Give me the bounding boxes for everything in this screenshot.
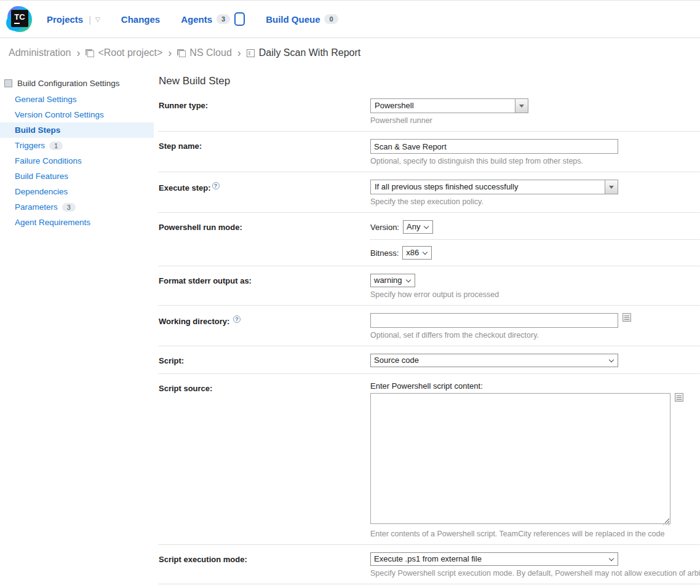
- form-row-step-name: Step name: Optional, specify to distingu…: [159, 132, 700, 172]
- build-queue-count-badge: 0: [324, 14, 338, 24]
- sidebar-item-label: General Settings: [15, 95, 77, 104]
- chevron-down-icon[interactable]: ▽: [95, 16, 100, 23]
- form-row-stderr-format: Format stderr output as: warning Specify…: [159, 266, 700, 305]
- help-icon[interactable]: ?: [212, 182, 220, 189]
- breadcrumb-administration[interactable]: Administration: [9, 47, 71, 58]
- execute-step-label-text: Execute step:: [159, 183, 211, 193]
- execute-step-label: Execute step:?: [159, 180, 370, 206]
- nav-changes[interactable]: Changes: [121, 14, 160, 25]
- script-content-textarea[interactable]: [370, 393, 670, 524]
- breadcrumb-chevron-icon: ›: [237, 47, 241, 58]
- script-execution-mode-select[interactable]: Execute .ps1 from external file: [370, 552, 618, 566]
- teamcity-logo[interactable]: TC: [6, 5, 33, 33]
- page-title: New Build Step: [159, 75, 700, 87]
- breadcrumb-build-config-label: Daily Scan With Report: [259, 47, 360, 58]
- step-name-note: Optional, specify to distinguish this bu…: [370, 157, 700, 165]
- top-navigation: TC Projects | ▽ Changes Agents 3 Build Q…: [0, 0, 700, 38]
- help-icon[interactable]: ?: [233, 316, 241, 323]
- sidebar-item-dependencies[interactable]: Dependencies: [0, 184, 154, 199]
- triggers-count-badge: 1: [49, 141, 63, 150]
- script-select[interactable]: Source code: [370, 354, 618, 367]
- sidebar-item-triggers[interactable]: Triggers 1: [0, 138, 154, 153]
- execute-step-value: If all previous steps finished successfu…: [375, 182, 518, 191]
- breadcrumb-ns-cloud[interactable]: NS Cloud: [177, 47, 231, 58]
- sidebar-item-label: Agent Requirements: [15, 218, 90, 227]
- nav-build-queue[interactable]: Build Queue 0: [266, 14, 338, 25]
- sidebar-item-label: Version Control Settings: [15, 110, 104, 119]
- stderr-format-note: Specify how error output is processed: [370, 290, 700, 299]
- bitness-label: Bitness:: [370, 248, 399, 258]
- sidebar-item-label: Build Steps: [15, 125, 60, 135]
- nav-projects[interactable]: Projects | ▽: [47, 14, 100, 25]
- bitness-select[interactable]: x86: [402, 246, 432, 260]
- combobox-dropdown-button[interactable]: [515, 99, 528, 113]
- sidebar-item-version-control-settings[interactable]: Version Control Settings: [0, 107, 154, 122]
- chevron-down-icon: [424, 224, 429, 229]
- sidebar-item-agent-requirements[interactable]: Agent Requirements: [0, 215, 154, 230]
- script-label: Script:: [159, 354, 370, 367]
- nav-divider: |: [89, 14, 91, 25]
- parameters-count-badge: 3: [62, 203, 76, 212]
- settings-square-icon: [4, 79, 12, 87]
- breadcrumb-ns-cloud-label: NS Cloud: [189, 47, 231, 58]
- version-value: Any: [407, 222, 420, 231]
- breadcrumb-chevron-icon: ›: [168, 47, 172, 58]
- sidebar-item-label: Parameters: [15, 202, 58, 212]
- project-icon: [177, 49, 186, 57]
- parameter-browse-icon[interactable]: [675, 393, 683, 402]
- script-execution-mode-note: Specify Powershell script execution mode…: [370, 569, 700, 578]
- bitness-value: x86: [406, 248, 419, 257]
- stderr-format-value: warning: [374, 276, 402, 285]
- chevron-down-icon: [405, 277, 410, 282]
- sidebar-item-label: Failure Conditions: [15, 156, 82, 165]
- script-content-field-label: Enter Powershell script content:: [370, 381, 700, 391]
- script-value: Source code: [374, 356, 419, 365]
- form-row-script: Script: Source code: [159, 346, 700, 373]
- runner-type-value: Powershell: [375, 101, 414, 110]
- sub-separator: [370, 239, 700, 240]
- chevron-down-icon: [423, 250, 428, 255]
- nav-agents[interactable]: Agents 3: [181, 12, 245, 26]
- step-name-label: Step name:: [159, 139, 370, 165]
- execute-step-note: Specify the step execution policy.: [370, 197, 700, 206]
- version-label: Version:: [370, 223, 399, 232]
- project-icon: [86, 49, 94, 57]
- sidebar-item-build-features[interactable]: Build Features: [0, 169, 154, 184]
- combobox-dropdown-button[interactable]: [605, 180, 618, 194]
- working-directory-label: Working directory: ?: [159, 313, 370, 340]
- breadcrumb-chevron-icon: ›: [76, 47, 80, 58]
- sidebar-title: Build Configuration Settings: [0, 75, 154, 92]
- step-name-input[interactable]: [370, 139, 618, 154]
- nav-build-queue-label: Build Queue: [266, 14, 320, 25]
- breadcrumb: Administration › <Root project> › NS Clo…: [0, 38, 700, 68]
- runner-type-label: Runner type:: [159, 98, 370, 125]
- form-row-run-mode: Powershell run mode: Version: Any Bitnes…: [159, 213, 700, 266]
- runner-type-note: Powershell runner: [370, 116, 700, 125]
- form-row-runner-type: Runner type: Powershell Powershell runne…: [159, 91, 700, 131]
- chevron-down-icon: [609, 556, 614, 561]
- form-row-script-source: Script source: Enter Powershell script c…: [159, 374, 700, 544]
- script-source-label: Script source:: [159, 381, 370, 538]
- build-config-icon: [247, 49, 255, 57]
- script-execution-mode-label: Script execution mode:: [159, 552, 370, 578]
- execute-step-combobox[interactable]: If all previous steps finished successfu…: [370, 180, 618, 194]
- nav-agents-label: Agents: [181, 14, 212, 25]
- parameter-browse-icon[interactable]: [622, 313, 631, 322]
- sidebar-item-build-steps[interactable]: Build Steps: [0, 122, 154, 138]
- stderr-format-select[interactable]: warning: [370, 274, 415, 287]
- sidebar-item-general-settings[interactable]: General Settings: [0, 92, 154, 107]
- version-select[interactable]: Any: [403, 220, 433, 234]
- new-build-step-form: New Build Step Runner type: Powershell P…: [154, 68, 700, 588]
- breadcrumb-root-project[interactable]: <Root project>: [86, 47, 162, 58]
- sidebar-item-parameters[interactable]: Parameters 3: [0, 199, 154, 215]
- runner-type-combobox[interactable]: Powershell: [370, 98, 528, 113]
- working-directory-input[interactable]: [370, 313, 618, 328]
- sidebar-item-failure-conditions[interactable]: Failure Conditions: [0, 153, 154, 169]
- stderr-format-label: Format stderr output as:: [159, 274, 370, 299]
- breadcrumb-administration-label: Administration: [9, 47, 71, 58]
- script-execution-mode-value: Execute .ps1 from external file: [374, 554, 482, 563]
- agents-count-badge: 3: [217, 14, 230, 24]
- sidebar-item-label: Triggers: [15, 141, 45, 150]
- breadcrumb-root-project-label: <Root project>: [98, 47, 162, 58]
- nav-projects-label: Projects: [47, 14, 83, 25]
